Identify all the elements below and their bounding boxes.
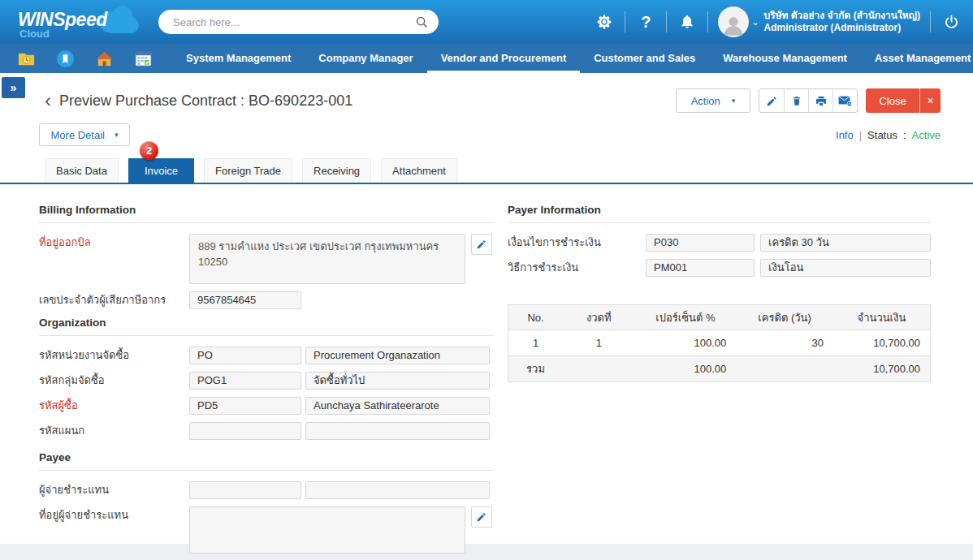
purchase-group-name-field[interactable]: จัดซื้อทั่วไป [305, 372, 490, 390]
logout-power-icon[interactable] [941, 11, 962, 32]
purchase-unit-code-field[interactable]: PO [189, 347, 301, 364]
edit-button[interactable] [759, 89, 784, 112]
nav-warehouse-management[interactable]: Warehouse Management [709, 44, 861, 73]
user-role: Administrator (Administrator) [764, 22, 920, 34]
alt-payer-name-field[interactable] [305, 481, 490, 499]
payment-method-code-field[interactable]: PM001 [646, 259, 755, 277]
edit-alt-payer-address-button[interactable] [471, 506, 492, 528]
purchase-group-code-field[interactable]: POG1 [189, 372, 301, 390]
main-nav-bar: System Management Company Manager Vendor… [0, 44, 973, 73]
nav-company-manager[interactable]: Company Manager [305, 44, 426, 73]
installments-table: No. งวดที่ เปอร์เซ็นต์ % เครดิต (วัน) จำ… [508, 304, 931, 382]
divider [930, 11, 931, 32]
search-icon[interactable] [415, 15, 429, 29]
billing-address-field[interactable]: 889 รามคำแหง ประเวศ เขตประเวศ กรุงเทพมหา… [189, 234, 465, 284]
chevron-down-icon: ▾ [115, 131, 119, 139]
nav-customer-and-sales[interactable]: Customer and Sales [580, 44, 709, 73]
edit-billing-address-button[interactable] [471, 234, 492, 255]
bookmark-icon[interactable] [55, 49, 75, 68]
tab-attachment[interactable]: Attachment [381, 158, 457, 183]
action-dropdown-button[interactable]: Action ▾ [676, 88, 750, 113]
global-search[interactable] [158, 10, 439, 34]
brand-sub: Cloud [19, 28, 50, 40]
payment-method-label: วิธีการชำระเงิน [508, 259, 646, 277]
payment-terms-code-field[interactable]: P030 [646, 234, 755, 252]
col-no: No. [508, 305, 564, 330]
purchase-group-code-label: รหัสกลุ่มจัดซื้อ [39, 372, 189, 390]
print-button[interactable] [808, 89, 832, 112]
page-title: Preview Purchase Contract : BO-690223-00… [59, 93, 352, 110]
help-icon[interactable]: ? [635, 11, 656, 32]
table-total-row: รวม 100.00 10,700.00 [508, 356, 931, 382]
billing-tax-id-field[interactable]: 9567854645 [189, 291, 301, 309]
billing-address-label: ที่อยู่ออกบิล [39, 234, 189, 252]
col-period: งวดที่ [563, 305, 634, 330]
tab-bar: 2 Basic Data Invoice Foreign Trade Recei… [0, 158, 973, 184]
payment-terms-name-field[interactable]: เครดิต 30 วัน [760, 234, 931, 252]
close-x-icon[interactable]: × [919, 88, 941, 113]
back-icon[interactable]: ‹ [45, 92, 51, 110]
info-link[interactable]: Info [836, 129, 854, 141]
user-avatar[interactable] [718, 6, 749, 37]
buyer-name-field[interactable]: Aunchaya Sathirateerarote [305, 397, 490, 415]
buyer-code-label: รหัสผู้ซื้อ [39, 397, 189, 415]
col-amount: จำนวนเงิน [833, 305, 931, 330]
user-info[interactable]: บริษัท ตัวอย่าง จำกัด (สำนักงานใหญ่) Adm… [764, 10, 920, 34]
alt-payer-address-label: ที่อยู่ผู้จ่ายชำระแทน [39, 506, 189, 524]
payee-section-title: Payee [39, 451, 494, 471]
total-percent: 100.00 [634, 356, 736, 382]
organization-section-title: Organization [39, 317, 494, 336]
sidebar-expand-icon[interactable]: » [2, 77, 25, 98]
buyer-code-field[interactable]: PD5 [189, 397, 301, 415]
nav-vendor-and-procurement[interactable]: Vendor and Procurement [427, 44, 581, 73]
home-icon[interactable] [94, 49, 114, 68]
status-label: Status [867, 129, 897, 141]
main-content: » ‹ Preview Purchase Contract : BO-69022… [0, 73, 973, 544]
billing-tax-id-label: เลขประจำตัวผู้เสียภาษีอากร [39, 291, 189, 309]
user-menu-chevron-icon[interactable]: ⌄ [751, 17, 759, 28]
calendar-icon[interactable] [133, 49, 153, 68]
purchase-unit-code-label: รหัสหน่วยงานจัดซื้อ [39, 347, 189, 364]
alt-payer-code-field[interactable] [189, 481, 301, 499]
search-input[interactable] [173, 16, 415, 28]
divider [666, 11, 667, 32]
nav-asset-management[interactable]: Asset Management [861, 44, 973, 73]
close-button[interactable]: Close [866, 88, 919, 113]
settings-gear-icon[interactable] [594, 11, 615, 32]
col-percent: เปอร์เซ็นต์ % [634, 305, 736, 330]
divider [707, 11, 708, 32]
tab-foreign-trade[interactable]: Foreign Trade [204, 158, 292, 183]
step-2-badge: 2 [140, 141, 158, 160]
department-code-field[interactable] [189, 422, 301, 440]
tab-receiving[interactable]: Receiving [302, 158, 371, 183]
app-logo[interactable]: WINSpeed Cloud [15, 2, 141, 41]
alt-payer-address-field[interactable] [189, 506, 465, 554]
department-name-field[interactable] [305, 422, 490, 440]
send-email-button[interactable] [832, 89, 857, 112]
table-row[interactable]: 1 1 100.00 30 10,700.00 [508, 330, 931, 356]
top-bar: WINSpeed Cloud ? [0, 0, 973, 44]
tab-basic-data[interactable]: Basic Data [45, 158, 119, 183]
department-code-label: รหัสแผนก [39, 422, 189, 440]
status-badge: Active [912, 129, 941, 141]
alt-payer-label: ผู้จ่ายชำระแทน [39, 481, 189, 499]
notifications-bell-icon[interactable] [677, 11, 698, 32]
payer-section-title: Payer Information [508, 204, 931, 223]
delete-trash-button[interactable] [784, 89, 808, 112]
payment-method-name-field[interactable]: เงินโอน [760, 259, 931, 277]
more-detail-dropdown[interactable]: More Detail ▾ [39, 123, 130, 146]
recent-folder-icon[interactable] [16, 49, 36, 68]
payment-terms-label: เงื่อนไขการชำระเงิน [508, 234, 646, 252]
nav-system-management[interactable]: System Management [172, 44, 305, 73]
purchase-unit-name-field[interactable]: Procurement Organazation [305, 347, 490, 364]
billing-section-title: Billing Information [39, 204, 494, 223]
user-company: บริษัท ตัวอย่าง จำกัด (สำนักงานใหญ่) [764, 10, 920, 22]
total-amount: 10,700.00 [833, 356, 931, 382]
tab-invoice[interactable]: Invoice [128, 158, 194, 183]
total-label: รวม [508, 356, 564, 382]
chevron-down-icon: ▾ [732, 97, 736, 105]
col-credit-days: เครดิต (วัน) [736, 305, 833, 330]
divider [625, 11, 625, 32]
